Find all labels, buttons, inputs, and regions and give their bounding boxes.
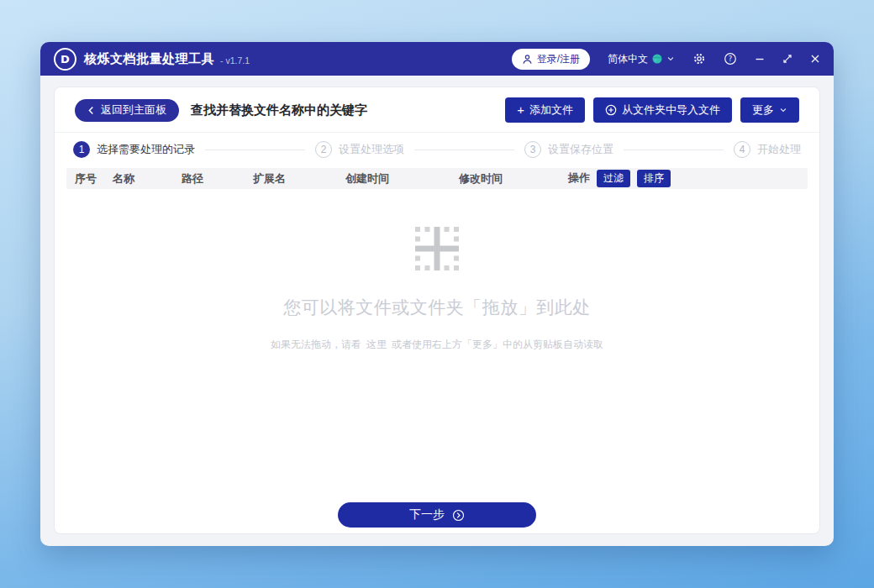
hint-prefix: 如果无法拖动，请看 <box>271 339 361 350</box>
column-header-name: 名称 <box>113 171 182 186</box>
step-number: 4 <box>734 141 750 158</box>
app-version: - v1.7.1 <box>220 55 250 66</box>
step-label: 设置处理选项 <box>339 142 404 157</box>
step-label: 选择需要处理的记录 <box>97 142 195 157</box>
language-selector[interactable]: 简体中文 <box>608 52 675 66</box>
add-file-label: 添加文件 <box>529 102 573 118</box>
plus-icon: + <box>517 103 524 116</box>
settings-gear-icon[interactable] <box>692 52 706 66</box>
app-logo-icon: D <box>54 48 76 71</box>
column-header-path: 路径 <box>182 171 253 186</box>
column-header-index: 序号 <box>66 171 113 186</box>
language-label: 简体中文 <box>608 52 648 66</box>
step-label: 设置保存位置 <box>548 142 613 157</box>
step-connector <box>205 150 305 150</box>
step-4-start: 4 开始处理 <box>734 141 801 158</box>
import-from-folder-button[interactable]: 从文件夹中导入文件 <box>593 97 732 123</box>
more-label: 更多 <box>752 102 774 118</box>
import-from-folder-label: 从文件夹中导入文件 <box>622 102 720 118</box>
svg-text:?: ? <box>729 55 733 63</box>
minimize-button[interactable] <box>755 54 765 64</box>
back-button-label: 返回到主面板 <box>101 102 166 118</box>
login-register-button[interactable]: 登录/注册 <box>512 49 590 70</box>
step-label: 开始处理 <box>757 142 801 157</box>
help-icon[interactable]: ? <box>724 52 737 66</box>
app-title: 核烁文档批量处理工具 <box>84 51 214 67</box>
step-number: 2 <box>315 141 332 158</box>
step-3-save-location: 3 设置保存位置 <box>524 141 613 158</box>
step-2-options: 2 设置处理选项 <box>315 141 404 158</box>
toolbar: 返回到主面板 查找并替换文件名称中的关键字 + 添加文件 从文件夹中导入文件 <box>55 87 819 133</box>
globe-icon <box>652 54 662 64</box>
chevron-left-icon <box>87 106 95 115</box>
drop-zone-hint: 如果无法拖动，请看这里或者使用右上方「更多」中的从剪贴板自动读取 <box>271 338 603 352</box>
here-link[interactable]: 这里 <box>366 339 387 350</box>
login-register-label: 登录/注册 <box>537 52 580 66</box>
more-button[interactable]: 更多 <box>740 97 799 123</box>
add-file-button[interactable]: + 添加文件 <box>505 97 585 123</box>
step-number: 1 <box>73 141 90 158</box>
step-1-select-records: 1 选择需要处理的记录 <box>73 141 195 158</box>
maximize-button[interactable] <box>782 54 792 64</box>
user-icon <box>522 54 533 65</box>
content-panel: 返回到主面板 查找并替换文件名称中的关键字 + 添加文件 从文件夹中导入文件 <box>54 87 820 534</box>
column-header-extension: 扩展名 <box>253 171 345 186</box>
step-connector <box>624 150 724 150</box>
window-body: 返回到主面板 查找并替换文件名称中的关键字 + 添加文件 从文件夹中导入文件 <box>40 76 834 546</box>
sort-button[interactable]: 排序 <box>637 170 671 186</box>
column-header-actions: 操作 <box>568 171 590 186</box>
circle-arrow-right-icon <box>452 509 465 522</box>
circle-plus-icon <box>605 104 617 116</box>
footer: 下一步 <box>55 502 819 533</box>
drop-target-icon <box>414 226 460 271</box>
step-number: 3 <box>524 141 541 158</box>
column-header-modified: 修改时间 <box>459 171 568 186</box>
drop-zone-main-text: 您可以将文件或文件夹「拖放」到此处 <box>283 296 591 319</box>
next-step-button[interactable]: 下一步 <box>338 502 536 528</box>
app-window: D 核烁文档批量处理工具 - v1.7.1 登录/注册 简体中文 <box>40 42 834 546</box>
next-step-label: 下一步 <box>409 507 445 522</box>
chevron-down-icon <box>666 55 675 63</box>
column-header-created: 创建时间 <box>345 171 459 186</box>
table-header: 序号 名称 路径 扩展名 创建时间 修改时间 操作 过滤 排序 <box>66 168 808 189</box>
step-connector <box>414 150 514 150</box>
chevron-down-icon <box>779 106 787 114</box>
drop-zone[interactable]: 您可以将文件或文件夹「拖放」到此处 如果无法拖动，请看这里或者使用右上方「更多」… <box>55 189 819 502</box>
stepper: 1 选择需要处理的记录 2 设置处理选项 3 设置保存位置 4 开始处理 <box>55 133 819 165</box>
filter-button[interactable]: 过滤 <box>597 170 630 186</box>
page-title: 查找并替换文件名称中的关键字 <box>191 102 367 118</box>
hint-suffix: 或者使用右上方「更多」中的从剪贴板自动读取 <box>392 339 603 350</box>
close-button[interactable] <box>810 54 820 64</box>
titlebar: D 核烁文档批量处理工具 - v1.7.1 登录/注册 简体中文 <box>40 42 834 76</box>
back-to-dashboard-button[interactable]: 返回到主面板 <box>75 99 179 122</box>
